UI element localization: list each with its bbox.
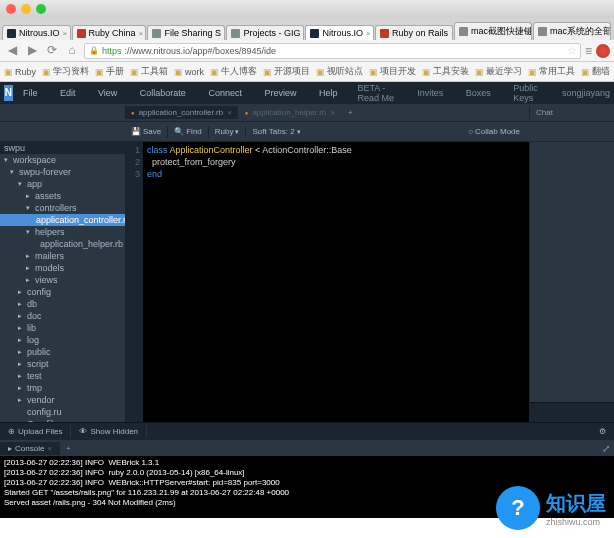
menu-help[interactable]: Help — [319, 88, 338, 98]
save-button[interactable]: 💾Save — [125, 125, 167, 138]
folder-icon: ▣ — [42, 67, 51, 77]
settings-icon[interactable]: ⚙ — [591, 425, 614, 438]
find-button[interactable]: 🔍Find — [168, 125, 208, 138]
browser-tab[interactable]: Ruby on Rails× — [375, 25, 453, 40]
nav-link[interactable]: BETA - Read Me — [357, 83, 394, 103]
bookmark-item[interactable]: ▣Ruby — [4, 67, 36, 77]
tree-node[interactable]: config.ru — [0, 406, 125, 418]
upload-files-button[interactable]: ⊕Upload Files — [0, 425, 71, 438]
browser-tab[interactable]: mac截图快捷键× — [454, 22, 532, 40]
browser-tab[interactable]: Projects - GIG× — [226, 25, 304, 40]
close-icon[interactable]: × — [47, 444, 52, 453]
forward-button[interactable]: ▶ — [24, 43, 40, 59]
bookmark-item[interactable]: ▣翻墙 — [581, 65, 610, 78]
menu-file[interactable]: File — [23, 88, 38, 98]
bookmark-item[interactable]: ▣工具箱 — [130, 65, 168, 78]
nitrous-logo-icon[interactable]: N — [4, 85, 13, 101]
collab-mode-toggle[interactable]: ○ Collab Mode — [462, 125, 526, 138]
browser-tab[interactable]: Ruby China× — [72, 25, 147, 40]
tree-node[interactable]: ▸script — [0, 358, 125, 370]
tree-node[interactable]: ▸assets — [0, 190, 125, 202]
tree-node[interactable]: ▸public — [0, 346, 125, 358]
tree-node[interactable]: ▾workspace — [0, 154, 125, 166]
new-console-button[interactable]: + — [60, 442, 77, 455]
favicon-icon — [7, 29, 16, 38]
code-editor[interactable]: 123 class ApplicationController < Action… — [125, 142, 529, 422]
editor-tab[interactable]: ●application_controller.rb× — [125, 106, 239, 119]
nav-link[interactable]: Boxes — [466, 88, 491, 98]
tree-node[interactable]: ▾app — [0, 178, 125, 190]
code-content[interactable]: class ApplicationController < ActionCont… — [143, 142, 529, 422]
browser-tab[interactable]: mac系统的全部× — [533, 22, 611, 40]
address-bar[interactable]: 🔒 https://www.nitrous.io/app#/boxes/8945… — [84, 43, 581, 59]
bookmark-item[interactable]: ▣视听站点 — [316, 65, 363, 78]
menu-preview[interactable]: Preview — [264, 88, 296, 98]
back-button[interactable]: ◀ — [4, 43, 20, 59]
tree-node[interactable]: ▸models — [0, 262, 125, 274]
tree-root[interactable]: swpu — [0, 142, 125, 154]
language-dropdown[interactable]: Ruby — [209, 125, 246, 138]
bookmark-item[interactable]: ▣牛人博客 — [210, 65, 257, 78]
close-icon[interactable]: × — [227, 108, 232, 117]
new-tab-button[interactable]: + — [342, 106, 359, 119]
bookmark-item[interactable]: ▣工具安装 — [422, 65, 469, 78]
console-output[interactable]: [2013-06-27 02:22:36] INFO WEBrick 1.3.1… — [0, 456, 614, 518]
tree-node[interactable]: ▸test — [0, 370, 125, 382]
menu-edit[interactable]: Edit — [60, 88, 76, 98]
zoom-window-icon[interactable] — [36, 4, 46, 14]
browser-tab[interactable]: Nitrous.IO× — [305, 25, 374, 40]
chat-input[interactable] — [530, 402, 614, 422]
bookmark-item[interactable]: ▣常用工具 — [528, 65, 575, 78]
tree-node[interactable]: ▸config — [0, 286, 125, 298]
chrome-menu-icon[interactable]: ≡ — [585, 44, 592, 58]
tree-node[interactable]: application_helper.rb — [0, 238, 125, 250]
softtabs-dropdown[interactable]: Soft Tabs: 2 — [246, 125, 306, 138]
tree-node[interactable]: ▸log — [0, 334, 125, 346]
close-icon[interactable]: × — [303, 29, 304, 38]
tree-node[interactable]: application_controller.rb — [0, 214, 125, 226]
tree-node[interactable]: ▸lib — [0, 322, 125, 334]
tree-node[interactable]: ▸views — [0, 274, 125, 286]
console-tab[interactable]: ▸Console× — [0, 442, 60, 455]
tree-node[interactable]: ▸tmp — [0, 382, 125, 394]
close-icon[interactable]: × — [139, 29, 144, 38]
folder-icon: ▣ — [130, 67, 139, 77]
minimize-window-icon[interactable] — [21, 4, 31, 14]
tree-node[interactable]: ▸vendor — [0, 394, 125, 406]
tree-node[interactable]: ▾controllers — [0, 202, 125, 214]
bookmark-item[interactable]: ▣work — [174, 67, 204, 77]
file-tree[interactable]: swpu ▾workspace▾swpu-forever▾app▸assets▾… — [0, 142, 125, 422]
menu-view[interactable]: View — [98, 88, 117, 98]
chat-panel-header[interactable]: Chat — [529, 106, 614, 119]
close-icon[interactable]: × — [366, 29, 371, 38]
bookmark-item[interactable]: ▣项目开发 — [369, 65, 416, 78]
menu-connect[interactable]: Connect — [208, 88, 242, 98]
tree-node[interactable]: ▾helpers — [0, 226, 125, 238]
close-icon[interactable]: × — [224, 29, 225, 38]
browser-tab[interactable]: Nitrous.IO× — [2, 25, 71, 40]
home-button[interactable]: ⌂ — [64, 43, 80, 59]
close-icon[interactable]: × — [330, 108, 335, 117]
close-window-icon[interactable] — [6, 4, 16, 14]
bookmark-star-icon[interactable]: ☆ — [567, 45, 576, 56]
bookmark-item[interactable]: ▣学习资料 — [42, 65, 89, 78]
bookmark-item[interactable]: ▣手册 — [95, 65, 124, 78]
menu-collaborate[interactable]: Collaborate — [140, 88, 186, 98]
nav-link[interactable]: Invites — [417, 88, 443, 98]
show-hidden-toggle[interactable]: 👁Show Hidden — [71, 425, 147, 438]
bookmark-item[interactable]: ▣开源项目 — [263, 65, 310, 78]
tree-node[interactable]: ▾swpu-forever — [0, 166, 125, 178]
close-icon[interactable]: × — [451, 29, 453, 38]
nav-link[interactable]: Public Keys — [513, 83, 539, 103]
browser-tab[interactable]: File Sharing S× — [147, 25, 225, 40]
bookmark-item[interactable]: ▣最近学习 — [475, 65, 522, 78]
tree-node[interactable]: ▸mailers — [0, 250, 125, 262]
editor-tab[interactable]: ●application_helper.rb× — [239, 106, 342, 119]
reload-button[interactable]: ⟳ — [44, 43, 60, 59]
tree-node[interactable]: ▸db — [0, 298, 125, 310]
extension-orb-icon[interactable] — [596, 44, 610, 58]
nav-link[interactable]: songjiayang — [562, 88, 610, 98]
close-icon[interactable]: × — [63, 29, 68, 38]
expand-console-icon[interactable]: ⤢ — [598, 443, 614, 454]
tree-node[interactable]: ▸doc — [0, 310, 125, 322]
